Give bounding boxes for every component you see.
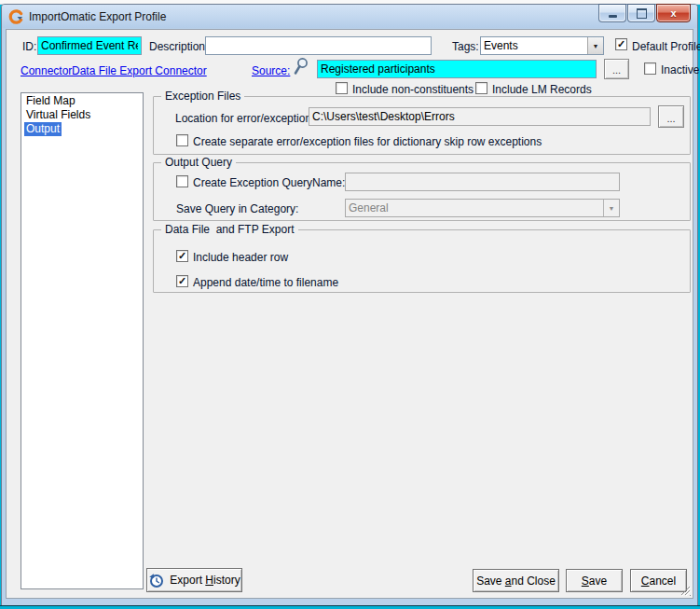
data-file-ftp-export-title: Data File and FTP Export	[161, 223, 298, 236]
close-icon: x	[670, 7, 676, 19]
error-location-input[interactable]	[309, 107, 651, 126]
minimize-icon	[609, 15, 617, 18]
source-browse-button[interactable]: ...	[604, 59, 629, 79]
tags-dropdown[interactable]: Events ▼	[480, 36, 604, 55]
include-header-row-checkbox[interactable]: ✓	[176, 250, 188, 262]
application-background-edge	[0, 605, 700, 606]
separate-files-label: Create separate error/exception files fo…	[193, 135, 542, 148]
data-file-ftp-export-group: Data File and FTP Export ✓ Include heade…	[153, 229, 691, 293]
title-bar[interactable]: ImportOmatic Export Profile x	[2, 5, 697, 28]
maximize-button[interactable]	[627, 4, 655, 22]
include-non-constituents-label: Include non-constituents	[352, 83, 474, 96]
magnifier-icon	[291, 57, 309, 77]
description-label: Description:	[149, 40, 208, 53]
id-label: ID:	[22, 40, 36, 53]
error-location-browse-button[interactable]: ...	[658, 105, 684, 128]
query-name-label: Name:	[312, 176, 345, 189]
default-profile-checkbox[interactable]: ✓	[615, 38, 627, 50]
close-button[interactable]: x	[656, 4, 691, 22]
inactive-checkbox[interactable]	[644, 62, 656, 75]
list-item-virtual-fields[interactable]: Virtual Fields	[21, 108, 143, 122]
tags-label: Tags:	[452, 40, 479, 53]
list-item-output[interactable]: Output	[21, 122, 143, 136]
append-datetime-checkbox[interactable]: ✓	[176, 275, 188, 287]
include-lm-records-label: Include LM Records	[492, 83, 592, 96]
exception-files-title: Exception Files	[161, 90, 244, 103]
output-query-group: Output Query Create Exception Query Name…	[153, 162, 691, 221]
save-label: Save	[582, 574, 607, 588]
create-exception-query-label: Create Exception Query	[193, 176, 312, 189]
default-profile-label: Default Profile	[632, 40, 700, 53]
list-item-field-map[interactable]: Field Map	[21, 94, 143, 108]
connector-link[interactable]: Connector	[21, 64, 72, 77]
query-category-label: Save Query in Category:	[176, 202, 298, 215]
export-history-label: Export History	[170, 574, 240, 587]
include-non-constituents-checkbox[interactable]	[336, 82, 348, 94]
include-header-row-label: Include header row	[193, 251, 288, 264]
tags-dropdown-arrow-icon[interactable]: ▼	[587, 37, 603, 54]
save-and-close-label: Save and Close	[476, 574, 556, 588]
cancel-label: Cancel	[641, 574, 676, 588]
history-clock-icon	[148, 573, 164, 588]
description-input[interactable]	[205, 36, 432, 55]
maximize-icon	[637, 8, 647, 19]
inactive-label: Inactive	[661, 63, 699, 76]
export-history-button[interactable]: Export History	[146, 568, 242, 592]
dialog-client-area: ID: Description: Tags: Events ▼ ✓ Defaul…	[6, 29, 693, 599]
query-category-dropdown-arrow-icon: ▼	[603, 200, 619, 216]
profile-sections-list[interactable]: Field Map Virtual Fields Output	[21, 92, 144, 589]
append-datetime-label: Append date/time to filename	[193, 276, 338, 289]
save-and-close-button[interactable]: Save and Close	[473, 569, 559, 592]
importomatic-app-icon	[8, 9, 23, 24]
include-lm-records-checkbox[interactable]	[475, 82, 487, 94]
separate-files-checkbox[interactable]	[176, 134, 188, 146]
source-input[interactable]	[317, 60, 597, 78]
query-name-input[interactable]	[345, 173, 620, 191]
tags-value: Events	[481, 37, 587, 54]
source-link[interactable]: Source:	[252, 64, 290, 77]
output-query-title: Output Query	[161, 156, 236, 169]
id-input[interactable]	[37, 36, 142, 55]
resize-grip[interactable]	[679, 584, 692, 597]
create-exception-query-checkbox[interactable]	[176, 175, 188, 187]
query-category-dropdown[interactable]: General ▼	[345, 199, 620, 217]
minimize-button[interactable]	[598, 4, 626, 22]
window-title: ImportOmatic Export Profile	[29, 10, 166, 23]
save-button[interactable]: Save	[566, 569, 623, 592]
exception-files-group: Exception Files Location for error/excep…	[153, 96, 691, 155]
query-category-value: General	[346, 200, 603, 216]
dialog-window: ImportOmatic Export Profile x ID: Descri…	[1, 4, 698, 606]
data-file-export-connector-link[interactable]: Data File Export Connector	[72, 64, 207, 77]
